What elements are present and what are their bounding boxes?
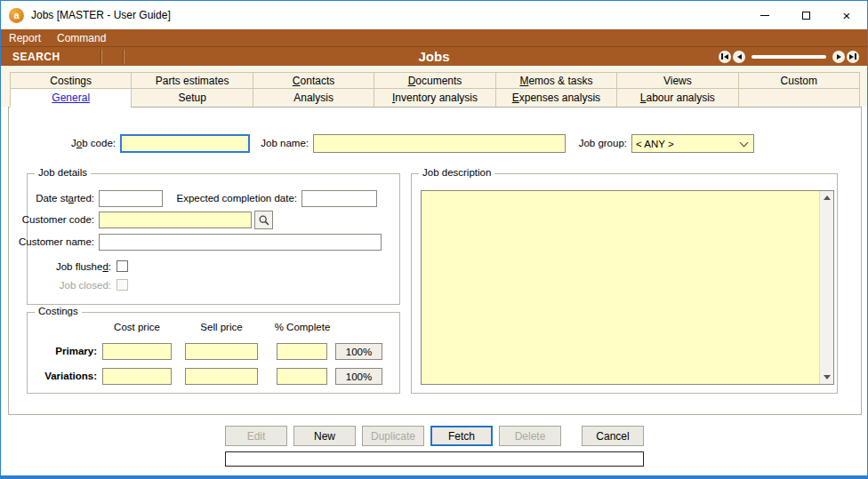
tab-expenses-analysis[interactable]: Expenses analysis bbox=[495, 89, 616, 107]
variations-label: Variations: bbox=[44, 371, 97, 381]
cost-price-header: Cost price bbox=[102, 322, 172, 332]
record-navigator bbox=[718, 51, 860, 63]
expected-completion-label: Expected completion date: bbox=[176, 193, 297, 204]
duplicate-button[interactable]: Duplicate bbox=[362, 426, 424, 446]
toolbar-separator bbox=[100, 50, 102, 64]
record-position-slider[interactable] bbox=[751, 55, 826, 59]
job-flushed-label: Job flushed: bbox=[56, 261, 111, 272]
app-icon: a bbox=[9, 8, 24, 23]
tabrow-2: General Setup Analysis Inventory analysi… bbox=[10, 89, 860, 107]
tab-analysis[interactable]: Analysis bbox=[253, 89, 374, 107]
job-group-label: Job group: bbox=[579, 138, 627, 148]
sell-price-header: Sell price bbox=[185, 322, 258, 332]
last-record-icon bbox=[855, 53, 856, 60]
first-record-icon bbox=[721, 53, 723, 60]
app-icon-letter: a bbox=[13, 10, 19, 20]
maximize-button[interactable] bbox=[785, 1, 826, 29]
customer-name-label: Customer name: bbox=[19, 236, 94, 247]
job-group-value: < ANY > bbox=[636, 139, 741, 149]
arrow-left-icon bbox=[737, 54, 742, 60]
tab-labour-analysis[interactable]: Labour analysis bbox=[616, 89, 737, 107]
primary-sell-price-input[interactable] bbox=[185, 343, 258, 360]
header-bar: Jobs SEARCH bbox=[1, 46, 867, 66]
tab-inventory-analysis[interactable]: Inventory analysis bbox=[374, 89, 494, 107]
minimize-button[interactable] bbox=[744, 1, 785, 29]
customer-lookup-button[interactable] bbox=[254, 211, 273, 229]
job-name-label: Job name: bbox=[261, 138, 309, 148]
tab-parts-estimates[interactable]: Parts estimates bbox=[131, 72, 252, 89]
customer-code-input[interactable] bbox=[99, 212, 252, 228]
job-description-textarea[interactable] bbox=[421, 190, 834, 385]
chevron-down-icon bbox=[740, 138, 749, 147]
tab-general[interactable]: General bbox=[10, 89, 131, 107]
new-button[interactable]: New bbox=[293, 426, 356, 446]
variations-cost-price-input[interactable] bbox=[102, 368, 172, 385]
percent-complete-header: % Complete bbox=[269, 322, 335, 332]
scrollbar[interactable] bbox=[819, 191, 833, 384]
next-record-button[interactable] bbox=[832, 51, 845, 63]
tab-memos-tasks[interactable]: Memos & tasks bbox=[495, 72, 616, 89]
job-closed-label: Job closed: bbox=[60, 280, 111, 291]
scroll-down-icon bbox=[824, 375, 831, 379]
app-window: a Jobs [MASTER - User Guide] × Report Co… bbox=[0, 0, 868, 479]
variations-100-percent-button[interactable]: 100% bbox=[335, 368, 382, 385]
first-record-button[interactable] bbox=[719, 51, 731, 63]
job-details-group: Job details Date started: Expected compl… bbox=[27, 173, 400, 305]
primary-cost-price-input[interactable] bbox=[102, 343, 172, 360]
customer-name-input[interactable] bbox=[99, 234, 382, 251]
job-closed-checkbox[interactable] bbox=[117, 279, 128, 291]
variations-percent-complete-input[interactable] bbox=[277, 368, 327, 385]
close-button[interactable]: × bbox=[826, 1, 867, 29]
minimize-icon bbox=[760, 15, 769, 16]
fetch-button[interactable]: Fetch bbox=[430, 426, 493, 446]
menubar: Report Command bbox=[1, 29, 867, 46]
costings-title: Costings bbox=[35, 306, 82, 316]
expected-completion-input[interactable] bbox=[301, 190, 377, 207]
close-icon: × bbox=[843, 9, 851, 22]
search-icon bbox=[258, 214, 270, 227]
date-started-input[interactable] bbox=[99, 190, 163, 207]
date-started-label: Date started: bbox=[36, 193, 94, 204]
job-name-input[interactable] bbox=[313, 134, 566, 153]
job-group-select[interactable]: < ANY > bbox=[631, 134, 754, 153]
tab-contacts[interactable]: Contacts bbox=[253, 72, 374, 89]
window-title: Jobs [MASTER - User Guide] bbox=[31, 9, 171, 21]
job-code-label: Job code: bbox=[71, 138, 116, 148]
delete-button[interactable]: Delete bbox=[499, 426, 561, 446]
job-description-title: Job description bbox=[419, 167, 494, 178]
last-record-button[interactable] bbox=[847, 51, 859, 63]
tab-setup[interactable]: Setup bbox=[131, 89, 252, 107]
variations-sell-price-input[interactable] bbox=[185, 368, 258, 385]
menu-command[interactable]: Command bbox=[49, 32, 114, 44]
primary-100-percent-button[interactable]: 100% bbox=[335, 343, 382, 360]
window-controls: × bbox=[744, 1, 867, 29]
customer-code-label: Customer code: bbox=[22, 214, 94, 225]
previous-record-button[interactable] bbox=[733, 51, 745, 63]
toolbar-separator bbox=[123, 50, 125, 64]
tabrow-1: Costings Parts estimates Contacts Docume… bbox=[10, 72, 860, 89]
job-code-input[interactable] bbox=[120, 134, 250, 153]
tab-documents[interactable]: Documents bbox=[374, 72, 494, 89]
job-description-group: Job description bbox=[411, 173, 838, 394]
scroll-down-button[interactable] bbox=[820, 371, 834, 384]
scroll-up-button[interactable] bbox=[820, 191, 834, 204]
cancel-button[interactable]: Cancel bbox=[582, 426, 644, 446]
general-panel: Job code: Job name: Job group: < ANY > J… bbox=[8, 107, 862, 415]
arrow-right-icon bbox=[849, 54, 854, 60]
tab-custom[interactable]: Custom bbox=[738, 72, 860, 89]
status-input[interactable] bbox=[225, 451, 644, 467]
primary-label: Primary: bbox=[55, 346, 97, 356]
costings-group: Costings Cost price Sell price % Complet… bbox=[27, 312, 400, 394]
job-flushed-checkbox[interactable] bbox=[117, 260, 128, 272]
arrow-right-icon bbox=[837, 54, 841, 60]
edit-button[interactable]: Edit bbox=[225, 426, 287, 446]
scroll-up-icon bbox=[824, 196, 831, 200]
tab-filler bbox=[738, 89, 860, 107]
menu-report[interactable]: Report bbox=[1, 32, 49, 44]
arrow-left-icon bbox=[724, 54, 728, 60]
job-details-title: Job details bbox=[35, 167, 91, 178]
tab-views[interactable]: Views bbox=[616, 72, 737, 89]
maximize-icon bbox=[802, 12, 810, 20]
tab-costings[interactable]: Costings bbox=[10, 72, 131, 89]
primary-percent-complete-input[interactable] bbox=[277, 343, 327, 360]
